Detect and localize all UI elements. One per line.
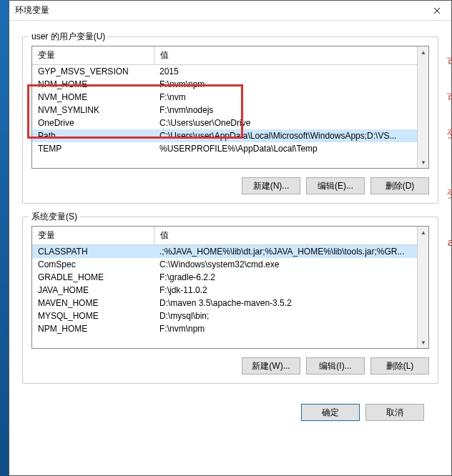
titlebar: 环境变量 [9, 1, 451, 21]
col-value[interactable]: 值 [154, 227, 428, 245]
scroll-down-icon[interactable]: ▼ [418, 337, 429, 348]
table-row[interactable]: JAVA_HOMEF:\jdk-11.0.2 [32, 284, 428, 297]
table-row[interactable]: NVM_HOMEF:\nvm [32, 91, 428, 104]
user-vars-group: user 的用户变量(U) 变量 值 GYP_MSVS_VERSION2015 … [22, 36, 438, 204]
system-vars-table[interactable]: 变量 值 CLASSPATH.;%JAVA_HOME%\lib\dt.jar;%… [32, 227, 428, 335]
col-value[interactable]: 值 [154, 46, 428, 65]
table-row[interactable]: PathC:\Users\user\AppData\Local\Microsof… [32, 129, 428, 142]
table-row[interactable]: GYP_MSVS_VERSION2015 [32, 65, 428, 79]
table-row[interactable]: NPM_HOMEF:\nvm\npm [32, 78, 428, 91]
table-row[interactable]: OneDriveC:\Users\user\OneDrive [32, 116, 428, 129]
table-row[interactable]: MYSQL_HOMED:\mysql\bin; [32, 309, 428, 322]
dialog-content: user 的用户变量(U) 变量 值 GYP_MSVS_VERSION2015 … [9, 21, 451, 421]
col-name[interactable]: 变量 [32, 227, 154, 245]
system-vars-label: 系统变量(S) [29, 211, 80, 223]
user-vars-table[interactable]: 变量 值 GYP_MSVS_VERSION2015 NPM_HOMEF:\nvm… [32, 46, 428, 155]
bg-char: a [448, 236, 452, 248]
scroll-up-icon[interactable]: ▲ [418, 46, 429, 58]
env-vars-dialog: 环境变量 user 的用户变量(U) 变量 值 GYP_MSVS_VERSION… [9, 0, 452, 476]
bg-char: 变 [447, 187, 452, 201]
scroll-up-icon[interactable]: ▲ [418, 227, 429, 238]
delete-system-var-button[interactable]: 删除(L) [370, 357, 429, 375]
system-buttons-row: 新建(W)... 编辑(I)... 删除(L) [31, 357, 429, 375]
table-row[interactable]: TEMP%USERPROFILE%\AppData\Local\Temp [32, 142, 428, 155]
bg-char: 可 [447, 56, 452, 69]
scroll-down-icon[interactable]: ▼ [418, 157, 429, 168]
window-title: 环境变量 [15, 4, 49, 16]
table-row[interactable]: CLASSPATH.;%JAVA_HOME%\lib\dt.jar;%JAVA_… [32, 245, 428, 259]
bg-char: 变 [447, 127, 452, 141]
bg-char: 可 [447, 91, 452, 105]
user-vars-table-wrap: 变量 值 GYP_MSVS_VERSION2015 NPM_HOMEF:\nvm… [31, 46, 429, 169]
table-row[interactable]: NVM_SYMLINKF:\nvm\nodejs [32, 104, 428, 116]
table-row[interactable]: MAVEN_HOMED:\maven 3.5\apache-maven-3.5.… [32, 297, 428, 309]
user-buttons-row: 新建(N)... 编辑(E)... 删除(D) [31, 177, 429, 194]
new-user-var-button[interactable]: 新建(N)... [242, 177, 300, 194]
delete-user-var-button[interactable]: 删除(D) [370, 177, 429, 194]
system-vars-group: 系统变量(S) 变量 值 CLASSPATH.;%JAVA_HOME%\lib\… [22, 217, 438, 384]
scrollbar[interactable]: ▲ ▼ [417, 227, 428, 348]
close-icon [433, 7, 441, 14]
new-system-var-button[interactable]: 新建(W)... [242, 357, 300, 375]
table-row[interactable]: ComSpecC:\Windows\system32\cmd.exe [32, 258, 428, 271]
user-vars-label: user 的用户变量(U) [29, 31, 108, 43]
ok-button[interactable]: 确定 [301, 404, 360, 421]
col-name[interactable]: 变量 [32, 46, 154, 65]
close-button[interactable] [423, 1, 451, 21]
edit-system-var-button[interactable]: 编辑(I)... [306, 357, 365, 375]
system-vars-table-wrap: 变量 值 CLASSPATH.;%JAVA_HOME%\lib\dt.jar;%… [31, 226, 429, 349]
table-row[interactable]: NPM_HOMEF:\nvm\npm [32, 322, 428, 335]
edit-user-var-button[interactable]: 编辑(E)... [306, 177, 365, 194]
background-left-edge [0, 0, 9, 476]
dialog-footer: 确定 取消 [22, 397, 438, 421]
cancel-button[interactable]: 取消 [365, 404, 424, 421]
scrollbar[interactable]: ▲ ▼ [417, 46, 428, 168]
table-row[interactable]: GRADLE_HOMEF:\gradle-6.2.2 [32, 271, 428, 284]
